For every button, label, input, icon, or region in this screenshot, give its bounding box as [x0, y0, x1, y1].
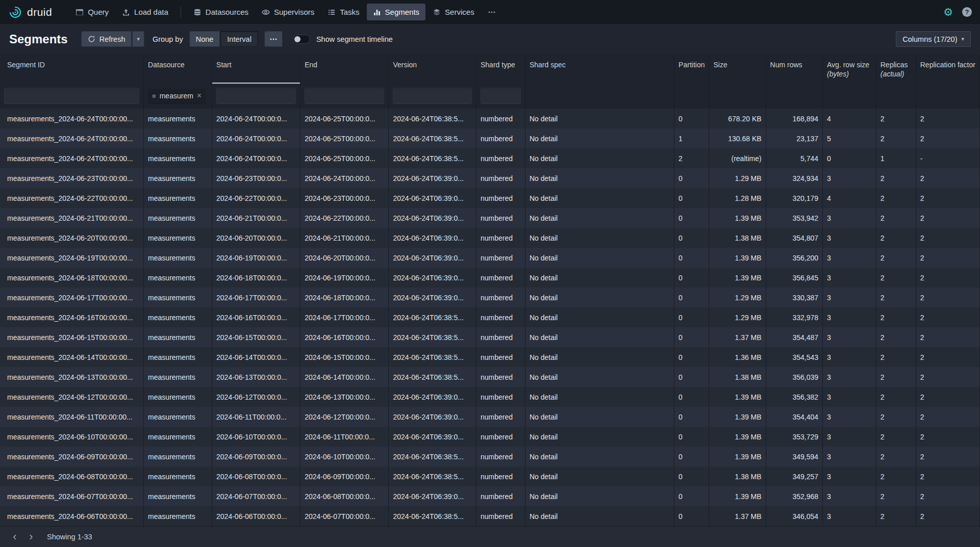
cell-datasource[interactable]: measurements — [144, 506, 212, 526]
cell-avg-row-size[interactable]: 3 — [823, 447, 876, 466]
cell-datasource[interactable]: measurements — [144, 228, 212, 248]
cell-partition[interactable]: 0 — [674, 188, 709, 208]
cell-datasource[interactable]: measurements — [144, 367, 212, 387]
cell-shard-spec[interactable]: No detail — [525, 188, 674, 208]
cell-version[interactable]: 2024-06-24T06:39:0... — [389, 387, 476, 407]
columns-button[interactable]: Columns (17/20) ▾ — [896, 31, 971, 47]
cell-partition[interactable]: 0 — [674, 486, 709, 506]
nav-item-segments[interactable]: Segments — [367, 4, 426, 20]
cell-shard-spec[interactable]: No detail — [525, 208, 674, 228]
cell-avg-row-size[interactable]: 3 — [823, 168, 876, 188]
cell-num-rows[interactable]: 356,382 — [766, 387, 822, 407]
cell-start[interactable]: 2024-06-13T00:00:0... — [212, 367, 300, 387]
cell-replication-factor[interactable]: 2 — [916, 168, 979, 188]
cell-size[interactable]: (realtime) — [709, 148, 766, 168]
cell-replicas[interactable]: 2 — [876, 188, 916, 208]
cell-start[interactable]: 2024-06-24T00:00:0... — [212, 128, 300, 148]
filter-input-segment-id[interactable] — [4, 88, 139, 104]
cell-size[interactable]: 1.39 MB — [709, 486, 766, 506]
refresh-button[interactable]: Refresh — [81, 31, 132, 47]
cell-partition[interactable]: 0 — [674, 447, 709, 466]
cell-shard-spec[interactable]: No detail — [525, 427, 674, 447]
cell-end[interactable]: 2024-06-10T00:00:0... — [300, 447, 389, 466]
cell-shard-spec[interactable]: No detail — [525, 486, 674, 506]
cell-num-rows[interactable]: 168,894 — [766, 109, 822, 128]
cell-segment-id[interactable]: measurements_2024-06-17T00:00:00... — [0, 288, 144, 307]
cell-datasource[interactable]: measurements — [144, 168, 212, 188]
cell-end[interactable]: 2024-06-25T00:00:0... — [300, 148, 389, 168]
cell-end[interactable]: 2024-06-19T00:00:0... — [300, 268, 389, 288]
cell-partition[interactable]: 0 — [674, 367, 709, 387]
cell-avg-row-size[interactable]: 3 — [823, 228, 876, 248]
cell-segment-id[interactable]: measurements_2024-06-16T00:00:00... — [0, 307, 144, 327]
cell-replication-factor[interactable]: 2 — [916, 486, 979, 506]
cell-start[interactable]: 2024-06-23T00:00:0... — [212, 168, 300, 188]
cell-start[interactable]: 2024-06-12T00:00:0... — [212, 387, 300, 407]
cell-datasource[interactable]: measurements — [144, 427, 212, 447]
cell-replicas[interactable]: 2 — [876, 327, 916, 347]
cell-replicas[interactable]: 2 — [876, 128, 916, 148]
cell-end[interactable]: 2024-06-23T00:00:0... — [300, 188, 389, 208]
cell-num-rows[interactable]: 353,729 — [766, 427, 822, 447]
cell-segment-id[interactable]: measurements_2024-06-22T00:00:00... — [0, 188, 144, 208]
cell-end[interactable]: 2024-06-13T00:00:0... — [300, 387, 389, 407]
cell-shard-spec[interactable]: No detail — [525, 109, 674, 128]
cell-start[interactable]: 2024-06-14T00:00:0... — [212, 347, 300, 367]
cell-size[interactable]: 1.39 MB — [709, 447, 766, 466]
cell-start[interactable]: 2024-06-08T00:00:0... — [212, 466, 300, 486]
cell-avg-row-size[interactable]: 3 — [823, 347, 876, 367]
cell-size[interactable]: 1.39 MB — [709, 407, 766, 427]
cell-shard-spec[interactable]: No detail — [525, 327, 674, 347]
cell-shard-spec[interactable]: No detail — [525, 128, 674, 148]
cell-segment-id[interactable]: measurements_2024-06-24T00:00:00... — [0, 109, 144, 128]
more-options-button[interactable] — [264, 31, 283, 47]
cell-shard-type[interactable]: numbered — [476, 228, 525, 248]
filter-input-end[interactable] — [305, 88, 384, 104]
cell-partition[interactable]: 2 — [674, 148, 709, 168]
cell-start[interactable]: 2024-06-22T00:00:0... — [212, 188, 300, 208]
cell-start[interactable]: 2024-06-19T00:00:0... — [212, 248, 300, 268]
nav-item-load-data[interactable]: Load data — [116, 4, 174, 20]
cell-num-rows[interactable]: 356,845 — [766, 268, 822, 288]
cell-size[interactable]: 1.39 MB — [709, 427, 766, 447]
cell-replication-factor[interactable]: 2 — [916, 347, 979, 367]
cell-size[interactable]: 1.39 MB — [709, 387, 766, 407]
cell-replication-factor[interactable]: 2 — [916, 367, 979, 387]
cell-shard-type[interactable]: numbered — [476, 447, 525, 466]
cell-size[interactable]: 1.39 MB — [709, 268, 766, 288]
cell-version[interactable]: 2024-06-24T06:39:0... — [389, 486, 476, 506]
cell-segment-id[interactable]: measurements_2024-06-07T00:00:00... — [0, 486, 144, 506]
settings-gear-icon[interactable]: ⚙ — [943, 7, 953, 17]
cell-end[interactable]: 2024-06-24T00:00:0... — [300, 168, 389, 188]
cell-shard-type[interactable]: numbered — [476, 288, 525, 307]
cell-num-rows[interactable]: 354,807 — [766, 228, 822, 248]
cell-end[interactable]: 2024-06-12T00:00:0... — [300, 407, 389, 427]
cell-partition[interactable]: 0 — [674, 387, 709, 407]
cell-version[interactable]: 2024-06-24T06:39:0... — [389, 427, 476, 447]
cell-replicas[interactable]: 2 — [876, 367, 916, 387]
cell-avg-row-size[interactable]: 3 — [823, 248, 876, 268]
cell-shard-spec[interactable]: No detail — [525, 447, 674, 466]
cell-datasource[interactable]: measurements — [144, 109, 212, 128]
cell-start[interactable]: 2024-06-21T00:00:0... — [212, 208, 300, 228]
column-header-partition[interactable]: Partition — [674, 54, 709, 84]
column-header-segment-id[interactable]: Segment ID — [0, 54, 144, 84]
cell-end[interactable]: 2024-06-14T00:00:0... — [300, 367, 389, 387]
cell-datasource[interactable]: measurements — [144, 248, 212, 268]
cell-num-rows[interactable]: 5,744 — [766, 148, 822, 168]
cell-replication-factor[interactable]: - — [916, 148, 979, 168]
cell-end[interactable]: 2024-06-17T00:00:0... — [300, 307, 389, 327]
cell-start[interactable]: 2024-06-24T00:00:0... — [212, 109, 300, 128]
cell-replicas[interactable]: 2 — [876, 307, 916, 327]
cell-start[interactable]: 2024-06-20T00:00:0... — [212, 228, 300, 248]
nav-item-query[interactable]: Query — [69, 4, 115, 20]
column-header-shard-spec[interactable]: Shard spec — [525, 54, 674, 84]
cell-partition[interactable]: 0 — [674, 506, 709, 526]
cell-size[interactable]: 1.38 MB — [709, 367, 766, 387]
cell-version[interactable]: 2024-06-24T06:38:5... — [389, 109, 476, 128]
cell-num-rows[interactable]: 349,594 — [766, 447, 822, 466]
cell-shard-spec[interactable]: No detail — [525, 148, 674, 168]
cell-segment-id[interactable]: measurements_2024-06-13T00:00:00... — [0, 367, 144, 387]
filter-input-start[interactable] — [216, 88, 296, 104]
nav-item-supervisors[interactable]: Supervisors — [256, 4, 320, 20]
